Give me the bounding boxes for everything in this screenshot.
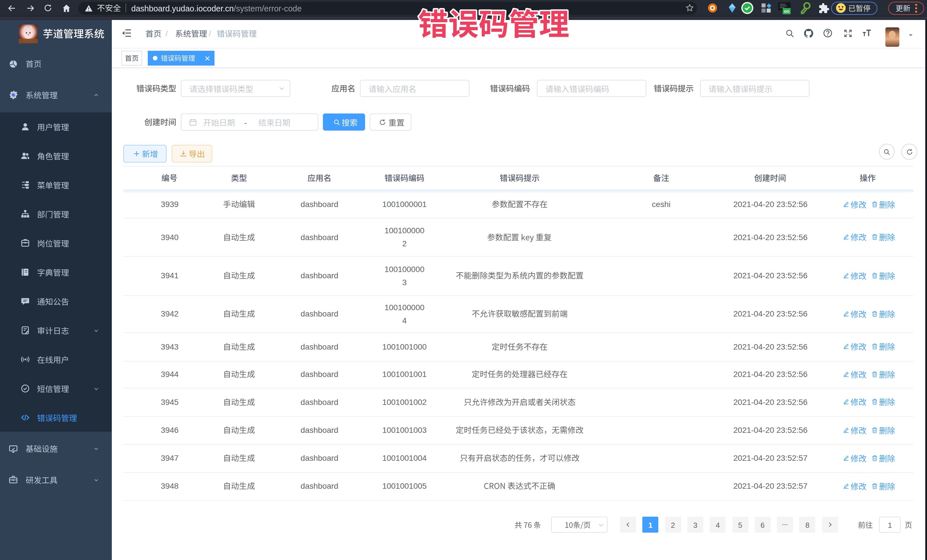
svg-text:on: on <box>784 9 790 14</box>
